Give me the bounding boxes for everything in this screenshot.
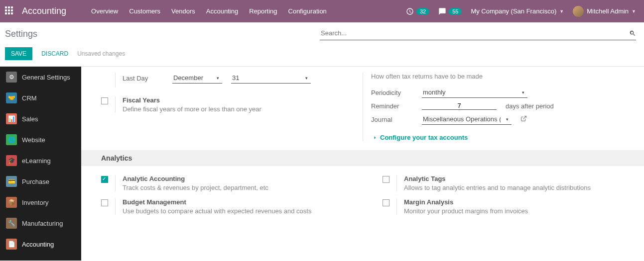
control-panel: Settings SAVE DISCARD Unsaved changes [0, 22, 644, 67]
analytic-accounting-checkbox[interactable] [101, 176, 108, 183]
page-title: Settings [5, 29, 37, 39]
analytics-grid: Analytic Accounting Track costs & revenu… [81, 166, 644, 222]
sidebar-item-accounting[interactable]: 📄Accounting [0, 234, 81, 255]
fiscal-day-select[interactable]: 31 [231, 73, 311, 83]
sidebar-item-website[interactable]: 🌐Website [0, 129, 81, 150]
configure-tax-accounts-link[interactable]: Configure your tax accounts [371, 134, 636, 141]
chevron-down-icon: ▼ [559, 9, 564, 14]
avatar [573, 6, 584, 17]
fiscal-column: Last Day December▾ 31▾ Fiscal Years Defi… [81, 73, 363, 141]
analytic-tags-title: Analytic Tags [404, 175, 636, 182]
menu-overview[interactable]: Overview [91, 7, 118, 15]
settings-scroll-area[interactable]: Last Day December▾ 31▾ Fiscal Years Defi… [81, 67, 644, 261]
chart-icon: 📊 [6, 113, 17, 124]
menu-reporting[interactable]: Reporting [249, 7, 277, 15]
menu-customers[interactable]: Customers [129, 7, 160, 15]
clock-icon [406, 7, 414, 15]
settings-sidebar: ⚙General Settings 🤝CRM 📊Sales 🌐Website 🎓… [0, 67, 81, 261]
search-input[interactable] [320, 27, 629, 39]
sidebar-item-label: General Settings [22, 74, 70, 81]
margin-analysis-title: Margin Analysis [404, 198, 636, 206]
gear-icon: ⚙ [6, 72, 17, 83]
company-name: My Company (San Francisco) [471, 7, 556, 15]
sidebar-item-purchase[interactable]: 💳Purchase [0, 171, 81, 192]
external-link-icon[interactable] [520, 115, 527, 123]
sidebar-item-label: Sales [22, 115, 38, 123]
margin-analysis-checkbox[interactable] [383, 199, 389, 206]
periodicity-label: Periodicity [371, 89, 417, 96]
menu-accounting[interactable]: Accounting [206, 7, 238, 15]
analytic-tags-desc: Allows to tag analytic entries and to ma… [404, 184, 636, 191]
chevron-down-icon: ▼ [632, 9, 636, 14]
budget-management-checkbox[interactable] [101, 199, 108, 206]
save-button[interactable]: SAVE [5, 47, 32, 60]
discard-button[interactable]: DISCARD [41, 50, 68, 57]
top-nav-right: 32 55 My Company (San Francisco) ▼ Mitch… [406, 6, 636, 17]
cap-icon: 🎓 [6, 155, 17, 166]
fiscal-years-checkbox[interactable] [101, 97, 108, 104]
budget-management-title: Budget Management [123, 198, 355, 206]
menu-vendors[interactable]: Vendors [171, 7, 195, 15]
sidebar-item-sales[interactable]: 📊Sales [0, 108, 81, 129]
analytic-accounting-desc: Track costs & revenues by project, depar… [123, 184, 355, 191]
sidebar-item-manufacturing[interactable]: 🔧Manufacturing [0, 213, 81, 234]
chevron-down-icon: ▾ [305, 76, 310, 81]
box-icon: 📦 [6, 197, 17, 208]
fiscal-years-title: Fiscal Years [123, 96, 261, 104]
reminder-input[interactable] [422, 102, 497, 110]
analytic-accounting-title: Analytic Accounting [123, 175, 355, 182]
wrench-icon: 🔧 [6, 218, 17, 229]
periodicity-select[interactable]: monthly [422, 87, 527, 97]
activity-count: 32 [416, 8, 429, 15]
sidebar-item-label: Manufacturing [22, 220, 63, 227]
fiscal-month-select[interactable]: December [172, 73, 222, 83]
fiscal-years-desc: Define fiscal years of more or less than… [123, 105, 261, 113]
unsaved-indicator: Unsaved changes [77, 50, 125, 57]
chevron-down-icon: ▾ [506, 117, 511, 122]
activity-button[interactable]: 32 [406, 7, 429, 15]
arrow-right-icon [371, 135, 377, 141]
sidebar-item-crm[interactable]: 🤝CRM [0, 87, 81, 108]
settings-content: Last Day December▾ 31▾ Fiscal Years Defi… [81, 67, 644, 242]
sidebar-item-inventory[interactable]: 📦Inventory [0, 192, 81, 213]
handshake-icon: 🤝 [6, 92, 17, 103]
sidebar-item-label: Accounting [22, 241, 54, 248]
last-day-label: Last Day [123, 75, 167, 82]
user-menu[interactable]: Mitchell Admin ▼ [573, 6, 636, 17]
journal-label: Journal [371, 116, 417, 123]
globe-icon: 🌐 [6, 134, 17, 145]
search-bar [320, 27, 636, 40]
journal-select[interactable]: Miscellaneous Operations (IN [422, 114, 512, 124]
apps-icon[interactable] [5, 6, 15, 16]
menu-configuration[interactable]: Configuration [288, 7, 327, 15]
sidebar-item-label: Inventory [22, 199, 48, 206]
main-menu: Overview Customers Vendors Accounting Re… [91, 7, 327, 15]
reminder-suffix: days after period [506, 102, 554, 110]
budget-management-desc: Use budgets to compare actual with expec… [123, 207, 355, 215]
company-switcher[interactable]: My Company (San Francisco) ▼ [471, 7, 564, 15]
tax-help-text: How often tax returns have to be made [371, 73, 636, 80]
search-icon[interactable] [629, 30, 636, 37]
tax-column: How often tax returns have to be made Pe… [363, 73, 644, 141]
chevron-down-icon: ▾ [522, 90, 526, 95]
chat-icon [438, 7, 446, 15]
message-count: 55 [449, 8, 462, 15]
chevron-down-icon: ▾ [217, 76, 221, 81]
app-brand: Accounting [22, 6, 66, 16]
sidebar-item-elearning[interactable]: 🎓eLearning [0, 150, 81, 171]
user-name: Mitchell Admin [587, 7, 629, 15]
section-header-analytics: Analytics [81, 150, 644, 166]
messaging-button[interactable]: 55 [438, 7, 462, 15]
sidebar-item-label: Website [22, 136, 45, 144]
card-icon: 💳 [6, 176, 17, 187]
analytic-tags-checkbox[interactable] [383, 176, 389, 183]
reminder-label: Reminder [371, 102, 417, 110]
sidebar-item-label: eLearning [22, 157, 51, 165]
sidebar-item-label: CRM [22, 94, 37, 102]
margin-analysis-desc: Monitor your product margins from invoic… [404, 207, 636, 215]
sidebar-item-label: Purchase [22, 178, 49, 185]
settings-body: ⚙General Settings 🤝CRM 📊Sales 🌐Website 🎓… [0, 67, 644, 261]
top-nav: Accounting Overview Customers Vendors Ac… [0, 0, 644, 22]
file-icon: 📄 [6, 239, 17, 250]
sidebar-item-general-settings[interactable]: ⚙General Settings [0, 67, 81, 87]
